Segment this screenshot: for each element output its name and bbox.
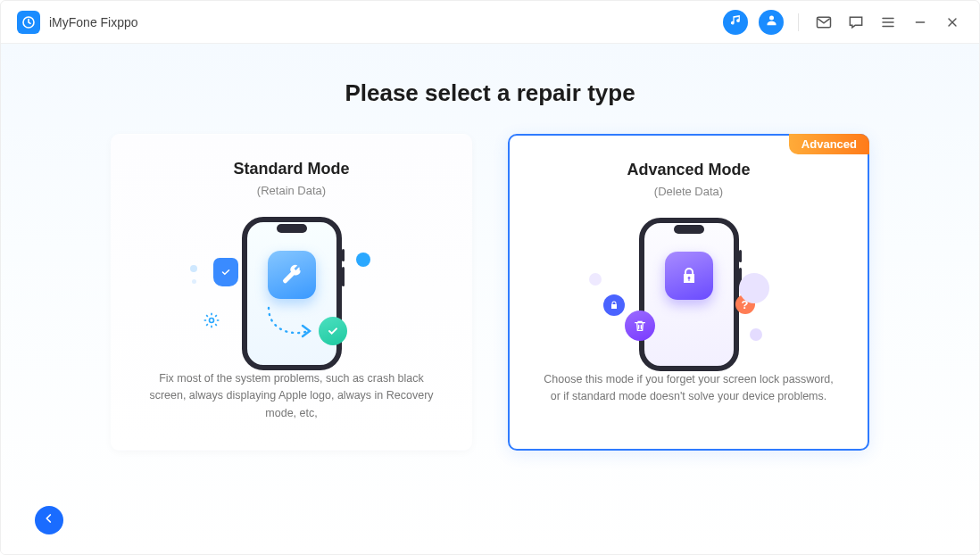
music-icon <box>729 13 743 30</box>
close-icon <box>945 15 959 29</box>
app-logo <box>17 11 40 34</box>
titlebar: iMyFone Fixppo <box>1 1 979 44</box>
shield-icon <box>213 258 238 286</box>
check-circle-icon <box>319 317 347 345</box>
standard-mode-card[interactable]: Standard Mode (Retain Data) <box>111 134 472 451</box>
svg-point-1 <box>769 16 774 21</box>
lock-icon <box>665 252 713 300</box>
account-button[interactable] <box>759 10 784 35</box>
titlebar-divider <box>798 13 799 31</box>
titlebar-right <box>723 10 963 35</box>
trash-icon <box>625 311 655 341</box>
advanced-mode-illustration: ? <box>591 211 787 362</box>
advanced-mode-description: Choose this mode if you forget your scre… <box>531 371 846 406</box>
music-button[interactable] <box>723 10 748 35</box>
feedback-icon <box>847 13 865 31</box>
page-body: Please select a repair type Standard Mod… <box>1 44 979 554</box>
minimize-icon <box>913 15 927 29</box>
wrench-icon <box>268 251 316 299</box>
advanced-mode-title: Advanced Mode <box>627 161 750 179</box>
standard-mode-title: Standard Mode <box>233 160 349 178</box>
back-button[interactable] <box>35 506 63 534</box>
repair-type-cards: Standard Mode (Retain Data) <box>1 134 979 451</box>
advanced-mode-card[interactable]: Advanced Advanced Mode (Delete Data) <box>508 134 869 451</box>
mail-button[interactable] <box>813 12 835 33</box>
app-window: iMyFone Fixppo <box>0 0 980 555</box>
mail-icon <box>815 13 833 31</box>
menu-button[interactable] <box>877 12 899 33</box>
account-icon <box>765 13 778 30</box>
standard-mode-description: Fix most of the system problems, such as… <box>133 370 450 422</box>
menu-icon <box>880 14 896 30</box>
titlebar-left: iMyFone Fixppo <box>17 11 138 34</box>
svg-point-9 <box>209 319 213 323</box>
standard-mode-subtitle: (Retain Data) <box>257 184 326 197</box>
app-title: iMyFone Fixppo <box>49 15 138 29</box>
advanced-badge: Advanced <box>789 134 869 154</box>
advanced-mode-subtitle: (Delete Data) <box>654 185 723 198</box>
standard-mode-illustration <box>194 210 390 361</box>
gear-icon <box>203 311 220 329</box>
deco-dot <box>356 253 370 267</box>
page-heading: Please select a repair type <box>1 44 979 107</box>
lock-small-icon <box>603 294 625 316</box>
minimize-button[interactable] <box>909 12 931 33</box>
feedback-button[interactable] <box>845 12 867 33</box>
arrow-left-icon <box>42 511 56 529</box>
close-button[interactable] <box>942 12 963 33</box>
